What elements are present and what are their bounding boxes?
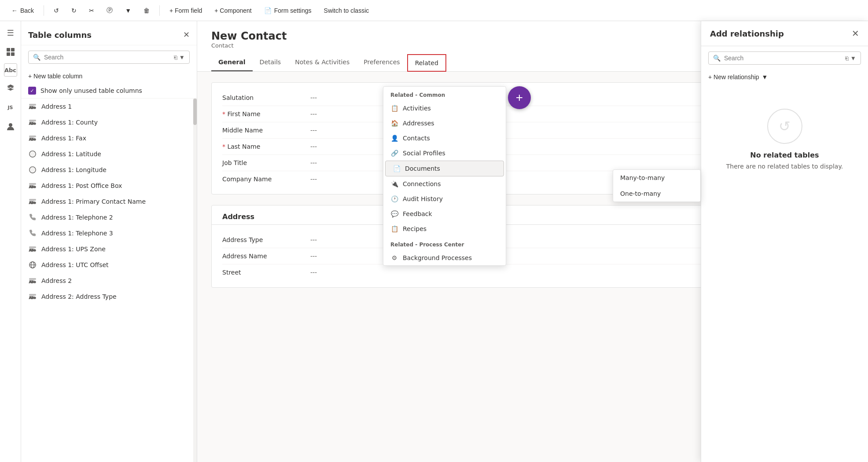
chevron-down-icon: ▼ — [762, 73, 768, 81]
rel-type-one-to-many[interactable]: One-to-many — [613, 186, 700, 202]
column-label: Address 1: Primary Contact Name — [41, 198, 146, 205]
dropdown-item-icon: 🏠 — [390, 119, 398, 127]
undo-button[interactable]: ↺ — [49, 4, 63, 17]
column-item[interactable]: Abc Address 1 — [21, 99, 197, 114]
filter-button[interactable]: ⎗ ▼ — [174, 54, 185, 61]
svg-rect-13 — [29, 136, 36, 137]
dropdown-item-icon: 📄 — [393, 165, 401, 172]
tab-general[interactable]: General — [211, 54, 253, 71]
related-item-social-profiles[interactable]: 🔗 Social Profiles — [383, 146, 506, 161]
show-unused-checkbox[interactable] — [28, 87, 36, 95]
related-process-title: Related - Process Center — [383, 236, 506, 250]
tab-notes--activities[interactable]: Notes & Activities — [288, 54, 357, 71]
search-icon: 🔍 — [33, 54, 40, 61]
column-icon — [28, 165, 37, 174]
related-item-activities[interactable]: 📋 Activities — [383, 101, 506, 116]
dropdown-item-label: Social Profiles — [403, 150, 445, 157]
nav-rail: ☰ Abc JS — [0, 21, 21, 462]
layers-icon[interactable] — [3, 80, 18, 96]
cut-icon: ✂ — [89, 7, 94, 14]
text-icon[interactable]: Abc — [4, 63, 17, 77]
rel-type-many-to-many[interactable]: Many-to-many — [613, 170, 700, 186]
sidebar-title: Table columns — [28, 30, 92, 40]
relationship-type-dropdown: Many-to-manyOne-to-many — [613, 169, 701, 202]
sidebar-close-button[interactable]: ✕ — [183, 30, 190, 40]
column-item[interactable]: Address 1: UTC Offset — [21, 257, 197, 273]
column-icon: Abc — [28, 134, 37, 143]
column-item[interactable]: Address 1: Telephone 3 — [21, 225, 197, 241]
related-item-documents[interactable]: 📄 Documents — [385, 161, 504, 176]
panel-search-input[interactable] — [724, 55, 842, 62]
copy-button[interactable]: Ⓟ — [102, 4, 117, 17]
sidebar: Table columns ✕ 🔍 ⎗ ▼ + New table column… — [21, 21, 197, 462]
people-icon[interactable] — [3, 119, 18, 135]
related-item-recipes[interactable]: 📋 Recipes — [383, 221, 506, 236]
related-item-background-processes[interactable]: ⚙️ Background Processes — [383, 250, 506, 265]
sidebar-header: Table columns ✕ — [21, 21, 197, 45]
column-label: Address 1: County — [41, 119, 98, 126]
dropdown-item-label: Contacts — [403, 135, 430, 142]
scroll-thumb[interactable] — [193, 99, 197, 125]
column-item[interactable]: Address 1: Longitude — [21, 162, 197, 178]
related-item-contacts[interactable]: 👤 Contacts — [383, 131, 506, 146]
column-item[interactable]: Address 1: Telephone 2 — [21, 209, 197, 225]
related-item-addresses[interactable]: 🏠 Addresses — [383, 116, 506, 131]
column-item[interactable]: Abc Address 1: Post Office Box — [21, 178, 197, 194]
sidebar-search-box: 🔍 ⎗ ▼ — [28, 51, 190, 64]
no-tables-icon: ↺ — [767, 109, 802, 144]
form-label: * First Name — [222, 110, 310, 117]
toolbar: ← Back ↺ ↻ ✂ Ⓟ ▼ 🗑 + Form field + Compon… — [0, 0, 868, 21]
tab-related[interactable]: Related — [407, 54, 446, 72]
code-icon[interactable]: JS — [3, 99, 18, 115]
column-label: Address 2 — [41, 277, 72, 284]
new-relationship-button[interactable]: + New relationship ▼ — [701, 70, 868, 84]
related-item-connections[interactable]: 🔌 Connections — [383, 176, 506, 191]
new-column-button[interactable]: + New table column — [21, 69, 197, 83]
toolbar-divider-2 — [159, 5, 160, 16]
tab-details[interactable]: Details — [253, 54, 288, 71]
dropdown-item-label: Background Processes — [403, 254, 472, 261]
dropdown-item-label: Activities — [403, 105, 431, 112]
column-item[interactable]: Abc Address 1: UPS Zone — [21, 241, 197, 257]
redo-button[interactable]: ↻ — [67, 4, 81, 17]
delete-button[interactable]: 🗑 — [139, 4, 154, 17]
cut-button[interactable]: ✂ — [85, 4, 99, 17]
no-tables-title: No related tables — [708, 151, 861, 159]
related-item-audit-history[interactable]: 🕐 Audit History — [383, 191, 506, 206]
switch-classic-button[interactable]: Switch to classic — [320, 4, 374, 17]
column-item[interactable]: Abc Address 1: Fax — [21, 130, 197, 146]
svg-text:Abc: Abc — [29, 248, 36, 252]
column-item[interactable]: Abc Address 2 — [21, 273, 197, 289]
related-item-feedback[interactable]: 💬 Feedback — [383, 206, 506, 221]
panel-search-box: 🔍 ⎗ ▼ — [708, 51, 861, 65]
column-item[interactable]: Abc Address 1: Primary Contact Name — [21, 194, 197, 209]
column-item[interactable]: Abc Address 2: Address Type — [21, 289, 197, 304]
form-value: --- — [310, 127, 317, 134]
form-field-button[interactable]: + Form field — [165, 4, 206, 17]
column-label: Address 1: Latitude — [41, 150, 101, 158]
sidebar-search-input[interactable] — [44, 54, 170, 61]
panel-close-button[interactable]: ✕ — [852, 28, 859, 39]
panel-filter-button[interactable]: ⎗ ▼ — [845, 55, 856, 62]
svg-text:Abc: Abc — [29, 185, 36, 189]
dropdown-button[interactable]: ▼ — [121, 4, 136, 17]
settings-icon: 📄 — [264, 7, 272, 14]
form-settings-button[interactable]: 📄 Form settings — [260, 4, 316, 17]
svg-point-4 — [9, 123, 12, 127]
svg-point-18 — [29, 167, 36, 173]
column-icon — [28, 260, 37, 269]
form-value: --- — [310, 159, 317, 166]
hamburger-icon[interactable]: ☰ — [3, 25, 18, 40]
column-item[interactable]: Address 1: Latitude — [21, 146, 197, 162]
dropdown-item-icon: 👤 — [390, 134, 398, 142]
column-icon — [28, 150, 37, 158]
dropdown-item-icon: 📋 — [390, 104, 398, 112]
form-value: --- — [310, 253, 317, 260]
back-button[interactable]: ← Back — [7, 4, 38, 17]
tab-preferences[interactable]: Preferences — [357, 54, 407, 71]
add-relationship-button[interactable]: + — [508, 86, 531, 109]
grid-icon[interactable] — [3, 44, 18, 60]
svg-text:Abc: Abc — [29, 137, 36, 141]
column-item[interactable]: Abc Address 1: County — [21, 114, 197, 130]
component-button[interactable]: + Component — [210, 4, 256, 17]
